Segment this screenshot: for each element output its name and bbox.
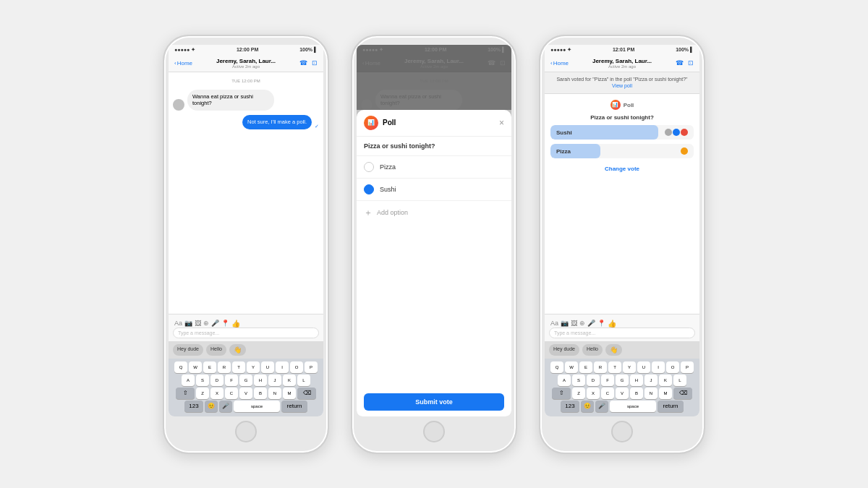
key-z[interactable]: Z — [196, 388, 209, 399]
like-icon-3[interactable]: 👍 — [608, 320, 616, 328]
key-delete-3[interactable]: ⌫ — [673, 388, 692, 399]
key-return-3[interactable]: return — [658, 401, 684, 412]
key-v[interactable]: V — [239, 388, 252, 399]
quick-reply-wave-3[interactable]: 👋 — [605, 344, 622, 356]
camera-icon-3[interactable]: 📷 — [561, 320, 569, 327]
poll-radio-pizza-2[interactable] — [364, 162, 374, 172]
key-w-3[interactable]: W — [565, 361, 578, 373]
image-icon-1[interactable]: 🖼 — [195, 320, 201, 327]
key-n[interactable]: N — [268, 388, 281, 399]
sticker-icon-3[interactable]: ⊕ — [579, 320, 585, 327]
key-x[interactable]: X — [210, 388, 224, 399]
key-j-3[interactable]: J — [644, 374, 658, 386]
key-b[interactable]: B — [254, 388, 267, 399]
quick-reply-heydude-3[interactable]: Hey dude — [549, 344, 579, 356]
location-icon-3[interactable]: 📍 — [597, 320, 605, 327]
key-v-3[interactable]: V — [616, 388, 629, 399]
key-p[interactable]: P — [305, 361, 318, 373]
back-button-3[interactable]: ‹ Home — [550, 60, 569, 67]
home-button-2[interactable] — [423, 421, 445, 442]
quick-reply-heydude-1[interactable]: Hey dude — [173, 344, 203, 356]
key-x-3[interactable]: X — [587, 388, 600, 399]
key-a-3[interactable]: A — [558, 374, 571, 386]
key-space[interactable]: space — [234, 401, 280, 412]
home-button-1[interactable] — [235, 421, 257, 442]
key-t-3[interactable]: T — [608, 361, 621, 373]
home-button-3[interactable] — [611, 421, 633, 442]
location-icon-1[interactable]: 📍 — [221, 320, 229, 327]
key-o-3[interactable]: O — [666, 361, 679, 373]
key-e[interactable]: E — [203, 361, 216, 373]
key-123-3[interactable]: 123 — [561, 401, 579, 412]
key-space-3[interactable]: space — [610, 401, 656, 412]
key-n-3[interactable]: N — [644, 388, 658, 399]
key-h-3[interactable]: H — [630, 374, 643, 386]
key-c-3[interactable]: C — [601, 388, 614, 399]
key-f-3[interactable]: F — [601, 374, 614, 386]
key-delete[interactable]: ⌫ — [297, 388, 316, 399]
key-k-3[interactable]: K — [659, 374, 672, 386]
key-123[interactable]: 123 — [184, 401, 203, 412]
key-emoji-3[interactable]: 😊 — [581, 401, 594, 412]
key-m[interactable]: M — [283, 388, 296, 399]
message-input-1[interactable]: Type a message... — [173, 328, 319, 338]
quick-reply-hello-1[interactable]: Hello — [206, 344, 226, 356]
poll-option-pizza-2[interactable]: Pizza — [357, 156, 511, 179]
quick-reply-wave-1[interactable]: 👋 — [229, 344, 246, 356]
key-w[interactable]: W — [189, 361, 202, 373]
poll-close-button-2[interactable]: × — [499, 118, 504, 128]
like-icon-1[interactable]: 👍 — [231, 320, 240, 328]
back-button-1[interactable]: ‹ Home — [174, 60, 192, 67]
video-icon-1[interactable]: ⊡ — [312, 59, 318, 67]
poll-add-option-2[interactable]: ＋ Add option — [357, 201, 511, 225]
font-icon-1[interactable]: Aa — [174, 320, 182, 327]
poll-option-sushi-2[interactable]: Sushi — [357, 179, 511, 201]
key-z-3[interactable]: Z — [572, 388, 585, 399]
key-h[interactable]: H — [254, 374, 267, 386]
key-k[interactable]: K — [283, 374, 296, 386]
mic-icon-1[interactable]: 🎤 — [211, 320, 219, 327]
key-r-3[interactable]: R — [594, 361, 607, 373]
key-i-3[interactable]: I — [652, 361, 665, 373]
key-l-3[interactable]: L — [673, 374, 686, 386]
key-c[interactable]: C — [225, 388, 238, 399]
key-u-3[interactable]: U — [637, 361, 650, 373]
view-poll-link[interactable]: View poll — [612, 83, 632, 88]
key-emoji[interactable]: 😊 — [205, 401, 218, 412]
submit-vote-button-2[interactable]: Submit vote — [364, 393, 504, 411]
key-a[interactable]: A — [182, 374, 195, 386]
mic-icon-3[interactable]: 🎤 — [587, 320, 595, 327]
key-s-3[interactable]: S — [572, 374, 585, 386]
key-e-3[interactable]: E — [579, 361, 592, 373]
quick-reply-hello-3[interactable]: Hello — [582, 344, 603, 356]
key-p-3[interactable]: P — [681, 361, 694, 373]
key-l[interactable]: L — [297, 374, 310, 386]
call-icon-1[interactable]: ☎ — [299, 59, 307, 67]
key-o[interactable]: O — [290, 361, 303, 373]
key-q-3[interactable]: Q — [550, 361, 563, 373]
key-j[interactable]: J — [268, 374, 281, 386]
key-r[interactable]: R — [218, 361, 231, 373]
key-i[interactable]: I — [276, 361, 289, 373]
key-g-3[interactable]: G — [616, 374, 629, 386]
key-d[interactable]: D — [210, 374, 224, 386]
key-f[interactable]: F — [225, 374, 238, 386]
image-icon-3[interactable]: 🖼 — [571, 320, 577, 327]
key-m-3[interactable]: M — [659, 388, 672, 399]
key-y[interactable]: Y — [247, 361, 260, 373]
key-u[interactable]: U — [261, 361, 274, 373]
key-mic-3[interactable]: 🎤 — [595, 401, 608, 412]
font-icon-3[interactable]: Aa — [550, 320, 558, 327]
key-shift-3[interactable]: ⇧ — [552, 388, 571, 399]
change-vote-button-3[interactable]: Change vote — [550, 163, 694, 175]
video-icon-3[interactable]: ⊡ — [688, 59, 694, 67]
key-d-3[interactable]: D — [587, 374, 600, 386]
camera-icon-1[interactable]: 📷 — [184, 320, 192, 327]
key-shift[interactable]: ⇧ — [176, 388, 195, 399]
sticker-icon-1[interactable]: ⊕ — [203, 320, 209, 327]
call-icon-3[interactable]: ☎ — [676, 59, 684, 67]
key-g[interactable]: G — [239, 374, 252, 386]
poll-radio-sushi-2[interactable] — [364, 184, 374, 194]
key-y-3[interactable]: Y — [623, 361, 636, 373]
message-input-3[interactable]: Type a message... — [549, 328, 695, 338]
